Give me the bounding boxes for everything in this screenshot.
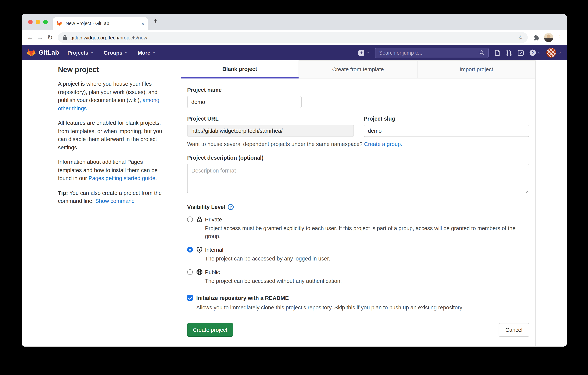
form-actions: Create project Cancel	[187, 323, 529, 337]
project-slug-input[interactable]	[364, 125, 529, 137]
visibility-help-icon[interactable]: ?	[228, 204, 234, 210]
url-text: gitlab.widgetcorp.tech/projects/new	[71, 35, 147, 40]
page-content: New project A project is where you house…	[21, 60, 567, 347]
gitlab-navbar: GitLab Projects⌄ Groups⌄ More⌄ ⌄ Search …	[21, 45, 567, 60]
visibility-level-row: Visibility Level ?	[187, 204, 529, 210]
help-menu-button[interactable]: ? ⌄	[529, 49, 541, 56]
browser-tab-strip: New Project · GitLab × +	[21, 14, 567, 30]
new-project-sidebar: New project A project is where you house…	[58, 66, 166, 212]
browser-profile-avatar[interactable]	[544, 33, 553, 42]
search-input[interactable]: Search or jump to...	[375, 48, 489, 58]
back-icon[interactable]: ←	[25, 34, 35, 41]
gitlab-favicon-icon	[56, 21, 62, 26]
browser-menu-icon[interactable]: ⋮	[557, 34, 563, 41]
sidebar-paragraph-1: A project is where you house your files …	[58, 80, 166, 113]
resize-grip-icon[interactable]	[525, 189, 528, 193]
plus-square-icon	[358, 49, 365, 56]
readme-description: Allows you to immediately clone this pro…	[196, 304, 529, 312]
gitlab-navbar-right: ⌄ Search or jump to... ? ⌄	[358, 48, 561, 58]
readme-option[interactable]: Initialize repository with a README	[187, 294, 529, 302]
gitlab-main-menu: Projects⌄ Groups⌄ More⌄	[67, 50, 156, 56]
radio-private[interactable]	[187, 217, 193, 222]
visibility-level-label: Visibility Level	[187, 204, 225, 210]
sidebar-tip: Tip: You can also create a project from …	[58, 189, 166, 205]
minimize-window-button[interactable]	[36, 20, 40, 24]
shield-icon	[196, 246, 203, 253]
question-circle-icon: ?	[529, 49, 536, 56]
visibility-option-internal[interactable]: Internal The project can be accessed by …	[187, 246, 529, 263]
blank-project-form: Project name Project URL Project slug Wa…	[181, 78, 536, 346]
nav-more[interactable]: More⌄	[138, 50, 156, 56]
pages-guide-link[interactable]: Pages getting started guide	[88, 175, 155, 181]
project-description-textarea[interactable]	[187, 164, 529, 193]
browser-window: New Project · GitLab × + ← → ↻ gitlab.wi…	[21, 14, 567, 347]
tab-import-project[interactable]: Import project	[417, 60, 536, 78]
user-menu-button[interactable]: ⌄	[546, 48, 561, 58]
forward-icon[interactable]: →	[35, 34, 45, 41]
visibility-option-private[interactable]: Private Project access must be granted e…	[187, 216, 529, 240]
internal-option-description: The project can be accessed by any logge…	[205, 255, 529, 263]
cancel-button[interactable]: Cancel	[499, 323, 529, 337]
address-bar[interactable]: gitlab.widgetcorp.tech/projects/new ☆	[58, 32, 528, 43]
url-domain: gitlab.widgetcorp.tech	[71, 35, 118, 40]
window-controls	[28, 20, 48, 24]
new-menu-button[interactable]: ⌄	[358, 49, 370, 56]
project-url-input	[187, 125, 354, 137]
new-project-card: Blank project Create from template Impor…	[181, 60, 536, 346]
browser-toolbar: ← → ↻ gitlab.widgetcorp.tech/projects/ne…	[21, 30, 567, 45]
issues-icon[interactable]	[494, 49, 500, 56]
sidebar-paragraph-3: Information about additional Pages templ…	[58, 158, 166, 183]
gitlab-brand-text[interactable]: GitLab	[39, 49, 59, 56]
gitlab-logo-icon[interactable]	[27, 49, 36, 57]
page-title: New project	[58, 66, 166, 74]
radio-public[interactable]	[187, 269, 193, 275]
tab-title: New Project · GitLab	[65, 21, 141, 26]
sidebar-paragraph-2: All features are enabled for blank proje…	[58, 119, 166, 152]
bookmark-star-icon[interactable]: ☆	[518, 34, 523, 41]
create-project-button[interactable]: Create project	[187, 323, 233, 337]
zoom-window-button[interactable]	[43, 20, 48, 24]
https-lock-icon	[63, 35, 67, 40]
radio-internal[interactable]	[187, 247, 193, 253]
show-command-link[interactable]: Show command	[95, 198, 135, 204]
create-group-link[interactable]: Create a group.	[364, 141, 402, 147]
extensions-puzzle-icon[interactable]	[533, 34, 539, 41]
nav-groups[interactable]: Groups⌄	[104, 50, 128, 56]
readme-checkbox[interactable]	[187, 295, 193, 301]
search-icon	[479, 50, 484, 55]
readme-label: Initialize repository with a README	[196, 294, 289, 302]
url-slug-row: Project URL Project slug	[187, 108, 529, 137]
project-type-tabs: Blank project Create from template Impor…	[181, 60, 536, 78]
project-name-input[interactable]	[187, 96, 302, 108]
project-name-label: Project name	[187, 87, 529, 93]
public-option-name: Public	[205, 268, 529, 276]
search-placeholder: Search or jump to...	[379, 50, 479, 55]
todos-icon[interactable]	[517, 49, 524, 56]
public-option-description: The project can be accessed without any …	[205, 277, 529, 285]
svg-text:?: ?	[531, 50, 534, 55]
tab-blank-project[interactable]: Blank project	[181, 60, 299, 78]
visibility-option-public[interactable]: Public The project can be accessed witho…	[187, 268, 529, 285]
tab-close-icon[interactable]: ×	[141, 21, 144, 26]
reload-icon[interactable]: ↻	[45, 33, 55, 42]
tab-create-from-template[interactable]: Create from template	[299, 60, 417, 78]
merge-requests-icon[interactable]	[506, 49, 512, 56]
lock-icon	[196, 216, 203, 222]
close-window-button[interactable]	[28, 20, 32, 24]
new-tab-button[interactable]: +	[153, 17, 158, 25]
project-description-label: Project description (optional)	[187, 155, 529, 161]
nav-projects[interactable]: Projects⌄	[67, 50, 94, 56]
project-url-label: Project URL	[187, 116, 354, 122]
internal-option-name: Internal	[205, 246, 529, 254]
private-option-name: Private	[205, 216, 529, 223]
url-path: /projects/new	[118, 35, 147, 40]
namespace-hint: Want to house several dependent projects…	[187, 141, 529, 147]
browser-tab[interactable]: New Project · GitLab ×	[53, 17, 148, 30]
globe-icon	[196, 269, 203, 275]
screenshot-stage: New Project · GitLab × + ← → ↻ gitlab.wi…	[0, 0, 588, 375]
private-option-description: Project access must be granted explicitl…	[205, 224, 529, 240]
project-slug-label: Project slug	[364, 116, 529, 122]
user-avatar	[546, 48, 556, 58]
